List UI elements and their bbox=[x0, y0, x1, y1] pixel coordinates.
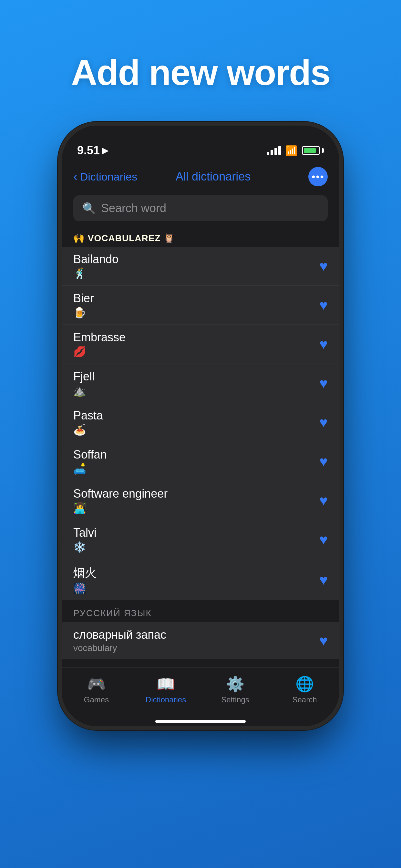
word-emoji: ❄️ bbox=[73, 541, 319, 553]
list-item[interactable]: Pasta 🍝 ♥ bbox=[62, 403, 339, 442]
search-globe-icon: 🌐 bbox=[296, 675, 314, 693]
list-item[interactable]: Soffan 🛋️ ♥ bbox=[62, 442, 339, 481]
favorite-heart-icon[interactable]: ♥ bbox=[319, 454, 328, 469]
list-item[interactable]: Talvi ❄️ ♥ bbox=[62, 520, 339, 559]
chevron-left-icon: ‹ bbox=[73, 170, 78, 184]
list-item[interactable]: Bier 🍺 ♥ bbox=[62, 286, 339, 325]
status-bar: 9.51 ▶ 📶 bbox=[77, 144, 324, 157]
dictionaries-icon: 📖 bbox=[157, 675, 175, 693]
favorite-heart-icon[interactable]: ♥ bbox=[319, 297, 328, 313]
location-arrow-icon: ▶ bbox=[102, 146, 108, 156]
word-content: Soffan 🛋️ bbox=[73, 448, 319, 475]
phone-frame: 9.51 ▶ 📶 bbox=[62, 126, 339, 726]
tab-dictionaries[interactable]: 📖 Dictionaries bbox=[131, 673, 201, 707]
word-text: Talvi bbox=[73, 526, 319, 539]
headline: Add new words bbox=[71, 52, 330, 93]
phone-screen: 9.51 ▶ 📶 bbox=[62, 126, 339, 726]
phone-wrapper: 9.51 ▶ 📶 bbox=[62, 126, 339, 868]
word-list-section1: Bailando 🕺 ♥ Bier 🍺 ♥ bbox=[62, 247, 339, 600]
word-content: Pasta 🍝 bbox=[73, 409, 319, 436]
word-content: Software engineer 👩‍💻 bbox=[73, 487, 319, 514]
favorite-heart-icon[interactable]: ♥ bbox=[319, 492, 328, 508]
content-area: 🙌 VOCABULAREZ 🦉 Bailando 🕺 ♥ Bier bbox=[62, 226, 339, 667]
games-icon: 🎮 bbox=[87, 675, 105, 693]
word-emoji: 💋 bbox=[73, 345, 319, 358]
list-item[interactable]: Bailando 🕺 ♥ bbox=[62, 247, 339, 286]
ellipsis-icon: ••• bbox=[312, 171, 325, 183]
favorite-heart-icon[interactable]: ♥ bbox=[319, 632, 328, 649]
status-bar-area: 9.51 ▶ 📶 bbox=[62, 126, 339, 161]
wifi-icon: 📶 bbox=[285, 145, 297, 156]
favorite-heart-icon[interactable]: ♥ bbox=[319, 336, 328, 352]
word-content: Bailando 🕺 bbox=[73, 252, 319, 280]
word-content: Talvi ❄️ bbox=[73, 526, 319, 553]
signal-icon bbox=[267, 146, 281, 155]
tab-bar: 🎮 Games 📖 Dictionaries ⚙️ Settings 🌐 Sea… bbox=[62, 667, 339, 720]
word-content: Fjell ⛰️ bbox=[73, 370, 319, 397]
list-item[interactable]: Fjell ⛰️ ♥ bbox=[62, 364, 339, 403]
favorite-heart-icon[interactable]: ♥ bbox=[319, 531, 328, 548]
list-item[interactable]: Embrasse 💋 ♥ bbox=[62, 325, 339, 364]
section2-header: РУССКИЙ ЯЗЫК bbox=[62, 600, 339, 622]
word-content: 烟火 🎆 bbox=[73, 565, 319, 594]
tab-search-label: Search bbox=[292, 695, 317, 704]
more-button[interactable]: ••• bbox=[308, 167, 328, 186]
list-item[interactable]: 烟火 🎆 ♥ bbox=[62, 559, 339, 600]
tab-games[interactable]: 🎮 Games bbox=[62, 673, 131, 707]
word-list-section2: словарный запас vocabulary ♥ bbox=[62, 622, 339, 659]
tab-settings-label: Settings bbox=[221, 695, 249, 704]
search-bar-container: 🔍 Search word bbox=[62, 191, 339, 226]
word-text: Soffan bbox=[73, 448, 319, 461]
word-emoji: 🛋️ bbox=[73, 463, 319, 475]
word-text: Software engineer bbox=[73, 487, 319, 500]
home-indicator bbox=[155, 720, 246, 723]
favorite-heart-icon[interactable]: ♥ bbox=[319, 258, 328, 274]
word-text: Bier bbox=[73, 291, 319, 305]
word-emoji: 🍺 bbox=[73, 306, 319, 319]
status-icons: 📶 bbox=[267, 145, 324, 156]
status-time: 9.51 ▶ bbox=[77, 144, 108, 157]
settings-icon: ⚙️ bbox=[226, 675, 244, 693]
section1-title: 🙌 VOCABULAREZ 🦉 bbox=[73, 233, 175, 244]
favorite-heart-icon[interactable]: ♥ bbox=[319, 572, 328, 588]
word-subtext: vocabulary bbox=[73, 643, 319, 653]
word-text: Pasta bbox=[73, 409, 319, 423]
word-emoji: 🎆 bbox=[73, 582, 319, 594]
search-icon: 🔍 bbox=[82, 202, 96, 215]
favorite-heart-icon[interactable]: ♥ bbox=[319, 375, 328, 392]
word-text: Embrasse bbox=[73, 331, 319, 344]
word-emoji: 👩‍💻 bbox=[73, 502, 319, 514]
list-item[interactable]: словарный запас vocabulary ♥ bbox=[62, 622, 339, 659]
tab-settings[interactable]: ⚙️ Settings bbox=[201, 673, 270, 707]
word-emoji: ⛰️ bbox=[73, 384, 319, 397]
tab-games-label: Games bbox=[84, 695, 109, 704]
word-content: Bier 🍺 bbox=[73, 291, 319, 319]
word-text: Fjell bbox=[73, 370, 319, 383]
section2-title: РУССКИЙ ЯЗЫК bbox=[73, 608, 152, 618]
tab-search[interactable]: 🌐 Search bbox=[270, 673, 339, 707]
word-emoji: 🍝 bbox=[73, 424, 319, 436]
search-placeholder: Search word bbox=[101, 202, 166, 215]
nav-header: ‹ Dictionaries All dictionaries ••• bbox=[62, 161, 339, 191]
list-item[interactable]: Software engineer 👩‍💻 ♥ bbox=[62, 481, 339, 520]
tab-dictionaries-label: Dictionaries bbox=[146, 695, 186, 704]
nav-title: All dictionaries bbox=[118, 170, 308, 183]
word-content: словарный запас vocabulary bbox=[73, 628, 319, 653]
word-text: словарный запас bbox=[73, 628, 319, 642]
battery-icon bbox=[302, 146, 324, 155]
word-emoji: 🕺 bbox=[73, 268, 319, 280]
favorite-heart-icon[interactable]: ♥ bbox=[319, 414, 328, 430]
search-bar[interactable]: 🔍 Search word bbox=[73, 195, 328, 221]
word-content: Embrasse 💋 bbox=[73, 331, 319, 358]
word-text: 烟火 bbox=[73, 565, 319, 581]
word-text: Bailando bbox=[73, 252, 319, 266]
section1-header: 🙌 VOCABULAREZ 🦉 bbox=[62, 226, 339, 247]
